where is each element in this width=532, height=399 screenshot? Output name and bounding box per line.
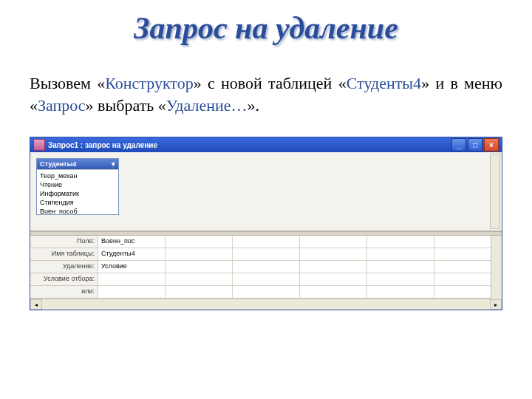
vertical-scrollbar[interactable] xyxy=(490,154,500,229)
grid-cell[interactable] xyxy=(367,273,434,286)
titlebar[interactable]: Запрос1 : запрос на удаление _ □ × xyxy=(30,137,502,152)
text: » с новой таблицей « xyxy=(194,74,347,92)
list-item[interactable]: Воен_пособ xyxy=(38,207,117,214)
grid-cell[interactable] xyxy=(300,236,367,248)
row-label: Имя таблицы: xyxy=(30,248,98,261)
grid-cell[interactable] xyxy=(300,273,367,286)
text: » выбрать « xyxy=(86,96,166,115)
table-box[interactable]: Студенты4 ▾ Теор_механ Чтение Информатик… xyxy=(36,158,119,215)
grid-cell[interactable]: Военн_пос xyxy=(98,236,166,248)
grid-cell[interactable] xyxy=(300,248,367,261)
tables-pane[interactable]: Студенты4 ▾ Теор_механ Чтение Информатик… xyxy=(30,152,502,231)
minimize-button[interactable]: _ xyxy=(451,138,466,151)
grid-cell[interactable] xyxy=(233,261,300,273)
page-title: Запрос на удаление xyxy=(0,10,532,46)
close-button[interactable]: × xyxy=(484,138,499,151)
grid-cell[interactable] xyxy=(166,273,233,286)
keyword: Студенты4 xyxy=(347,74,421,92)
vertical-scrollbar[interactable] xyxy=(491,236,502,299)
grid-cell[interactable] xyxy=(233,248,300,261)
query-designer-window: Запрос1 : запрос на удаление _ □ × Студе… xyxy=(30,137,502,310)
text: Вызовем « xyxy=(30,74,105,92)
app-icon xyxy=(33,139,45,151)
grid-cell[interactable] xyxy=(166,261,233,273)
list-item[interactable]: Теор_механ xyxy=(38,171,117,180)
design-grid[interactable]: Поле: Военн_пос Имя таблицы: Студенты4 У… xyxy=(30,236,502,299)
keyword: Конструктор xyxy=(105,74,193,92)
grid-cell[interactable] xyxy=(233,236,300,248)
grid-cell[interactable] xyxy=(98,273,166,286)
grid-cell[interactable] xyxy=(166,236,233,248)
description-text: Вызовем «Конструктор» с новой таблицей «… xyxy=(30,72,502,116)
maximize-button[interactable]: □ xyxy=(468,138,482,151)
list-item[interactable]: Стипендия xyxy=(38,198,117,207)
row-label: или: xyxy=(30,286,98,299)
scroll-track[interactable] xyxy=(42,299,490,310)
scroll-right-icon[interactable]: ▸ xyxy=(490,299,502,310)
keyword: Удаление… xyxy=(166,96,248,115)
row-label: Условие отбора: xyxy=(30,273,98,286)
grid-cell[interactable] xyxy=(367,261,434,273)
row-label: Поле: xyxy=(30,236,98,248)
table-box-title: Студенты4 xyxy=(40,160,76,168)
grid-cell[interactable] xyxy=(367,248,434,261)
grid-cell[interactable] xyxy=(300,286,367,299)
keyword: Запрос xyxy=(38,96,86,115)
grid-cell[interactable] xyxy=(300,261,367,273)
grid-cell[interactable] xyxy=(233,286,300,299)
list-item[interactable]: Чтение xyxy=(38,180,117,189)
field-list[interactable]: Теор_механ Чтение Информатик Стипендия В… xyxy=(37,169,118,214)
text: ». xyxy=(248,96,260,115)
scroll-left-icon[interactable]: ◂ xyxy=(30,299,42,310)
row-label: Удаление: xyxy=(30,261,98,273)
grid-cell[interactable] xyxy=(367,236,434,248)
horizontal-scrollbar[interactable]: ◂ ▸ xyxy=(30,299,502,310)
grid-cell[interactable] xyxy=(166,286,233,299)
grid-cell[interactable]: Условие xyxy=(98,261,166,273)
chevron-down-icon[interactable]: ▾ xyxy=(112,160,115,168)
grid-cell[interactable] xyxy=(98,286,166,299)
grid-cell[interactable] xyxy=(166,248,233,261)
grid-cell[interactable] xyxy=(367,286,434,299)
list-item[interactable]: Информатик xyxy=(38,189,117,198)
grid-cell[interactable] xyxy=(233,273,300,286)
window-title: Запрос1 : запрос на удаление xyxy=(48,141,449,149)
grid-cell[interactable]: Студенты4 xyxy=(98,248,166,261)
